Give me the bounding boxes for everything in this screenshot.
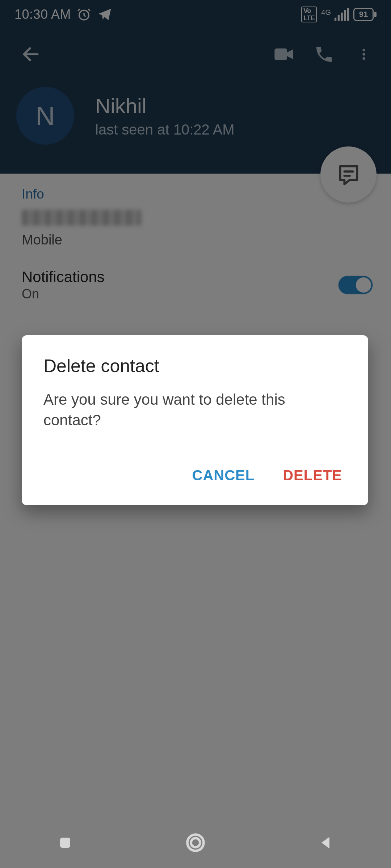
dialog-title: Delete contact (43, 356, 346, 376)
system-nav-bar (0, 817, 391, 868)
dialog-actions: CANCEL DELETE (43, 463, 346, 497)
nav-back-button[interactable] (286, 825, 366, 861)
square-icon (56, 834, 74, 851)
circle-icon (185, 832, 206, 854)
svg-rect-13 (60, 838, 70, 848)
svg-point-15 (191, 838, 200, 847)
screen-root: 10:30 AM VoLTE 4G 91 (0, 0, 391, 868)
delete-button[interactable]: DELETE (281, 463, 344, 488)
dialog-message: Are you sure you want to delete this con… (43, 390, 346, 430)
nav-recents-button[interactable] (25, 825, 105, 861)
triangle-back-icon (317, 834, 335, 851)
nav-home-button[interactable] (156, 825, 235, 861)
delete-contact-dialog: Delete contact Are you sure you want to … (22, 335, 368, 505)
cancel-button[interactable]: CANCEL (191, 463, 256, 488)
